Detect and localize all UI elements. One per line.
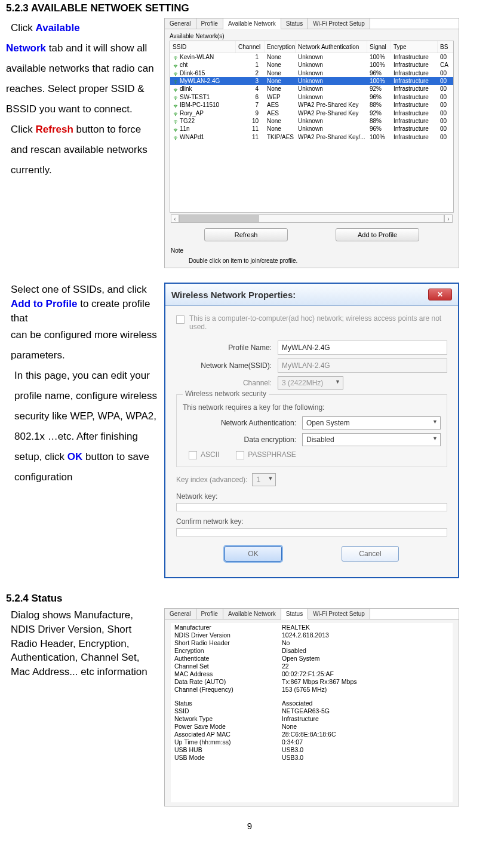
- scroll-left-icon[interactable]: ‹: [171, 214, 179, 223]
- scroll-right-icon[interactable]: ›: [444, 214, 453, 223]
- status-row: USB HUBUSB3.0: [171, 746, 453, 753]
- tab-available-network[interactable]: Available Network: [223, 19, 281, 29]
- available-network-window: General Profile Available Network Status…: [164, 18, 459, 268]
- profile-name-label: Profile Name:: [176, 343, 278, 352]
- table-row[interactable]: TG2210NoneUnknown88%Infrastructure00: [170, 117, 453, 125]
- table-row[interactable]: Rory_AP9AESWPA2 Pre-Shared Key92%Infrast…: [170, 109, 453, 117]
- status-row: Short Radio HeaderNo: [171, 639, 453, 646]
- group-label: Available Network(s): [170, 33, 454, 39]
- note-label: Note: [171, 247, 453, 254]
- auth-select[interactable]: Open System: [302, 416, 441, 430]
- refresh-button[interactable]: Refresh: [204, 228, 288, 241]
- para-add-to-profile: Select one of SSIDs, and click Add to Pr…: [6, 283, 158, 487]
- status-row: Data Rate (AUTO)Tx:867 Mbps Rx:867 Mbps: [171, 677, 453, 685]
- status-row: Power Save ModeNone: [171, 722, 453, 730]
- confirm-key-label: Confirm network key:: [176, 517, 447, 526]
- security-groupbox: Wireless network security This network r…: [176, 394, 447, 467]
- cancel-button[interactable]: Cancel: [342, 546, 399, 562]
- channel-select: 3 (2422MHz): [278, 376, 343, 389]
- adhoc-checkbox[interactable]: [176, 315, 185, 324]
- section-heading-523: 5.2.3 AVAILABLE NETWOEK SETTING: [6, 2, 493, 14]
- tabbar-status: General Profile Available Network Status…: [165, 609, 459, 619]
- channel-label: Channel:: [176, 379, 278, 387]
- table-row[interactable]: dlink4NoneUnknown92%Infrastructure00: [170, 85, 453, 93]
- status-window: General Profile Available Network Status…: [164, 608, 459, 806]
- encryption-label: Data encryption:: [183, 435, 302, 444]
- status-row: EncryptionDisabled: [171, 646, 453, 654]
- status-row: AuthenticateOpen System: [171, 654, 453, 662]
- status-row: Network TypeInfrastructure: [171, 714, 453, 722]
- table-row[interactable]: IBM-PC-115107AESWPA2 Pre-Shared Key88%In…: [170, 101, 453, 109]
- para-available-network: Click Available Network tab and it will …: [6, 18, 158, 180]
- confirm-key-input[interactable]: [176, 528, 447, 536]
- status-row: MAC Address00:02:72:F1:25:AF: [171, 670, 453, 677]
- status-row: Channel Set22: [171, 662, 453, 670]
- encryption-select[interactable]: Disabled: [302, 433, 441, 446]
- status-row: NDIS Driver Version1024.2.618.2013: [171, 631, 453, 639]
- tab-status[interactable]: Status: [281, 19, 308, 29]
- ssid-input: MyWLAN-2.4G: [278, 358, 447, 373]
- table-row[interactable]: WNAPd111TKIP/AESWPA2 Pre-Shared Key/...1…: [170, 133, 453, 141]
- status-row: StatusAssociated: [171, 699, 453, 707]
- tab-wifi-protect-setup[interactable]: Wi-Fi Protect Setup: [308, 19, 370, 29]
- network-list[interactable]: SSID Channel Encryption Network Authenti…: [170, 41, 454, 213]
- tab-available-network[interactable]: Available Network: [223, 609, 281, 619]
- tab-wifi-protect-setup[interactable]: Wi-Fi Protect Setup: [308, 609, 370, 619]
- para-status: Dialog shows Manufacture, NDIS Driver Ve…: [6, 608, 158, 679]
- status-row: Channel (Frequency)153 (5765 MHz): [171, 685, 453, 693]
- tab-status[interactable]: Status: [281, 609, 308, 619]
- ssid-label: Network Name(SSID):: [176, 361, 278, 370]
- page-number: 9: [6, 821, 493, 831]
- table-row[interactable]: SW-TEST16WEPUnknown96%Infrastructure00: [170, 93, 453, 101]
- network-key-label: Network key:: [176, 492, 447, 501]
- status-row: USB ModeUSB3.0: [171, 753, 453, 761]
- tab-general[interactable]: General: [165, 19, 196, 29]
- tab-profile[interactable]: Profile: [196, 19, 223, 29]
- key-index-label: Key index (advanced):: [176, 476, 247, 484]
- table-row[interactable]: Kevin-WLAN1NoneUnknown100%Infrastructure…: [170, 53, 453, 61]
- table-row[interactable]: cht1NoneUnknown100%InfrastructureCA: [170, 61, 453, 69]
- ascii-label: ASCII: [201, 450, 219, 459]
- note-text: Double click on item to join/create prof…: [171, 257, 453, 264]
- passphrase-label: PASSPHRASE: [248, 450, 296, 459]
- dialog-titlebar: Wireless Network Properties: ✕: [165, 284, 458, 306]
- table-row[interactable]: Dlink-6152NoneUnknown96%Infrastructure00: [170, 69, 453, 77]
- tabbar: General Profile Available Network Status…: [165, 19, 459, 29]
- status-row: Associated AP MAC28:C6:8E:8A:18:6C: [171, 730, 453, 738]
- profile-name-input[interactable]: MyWLAN-2.4G: [278, 341, 447, 355]
- add-to-profile-button[interactable]: Add to Profile: [336, 228, 419, 241]
- auth-label: Network Authentication:: [183, 419, 302, 427]
- close-icon[interactable]: ✕: [428, 289, 452, 300]
- wireless-properties-dialog: Wireless Network Properties: ✕ This is a…: [164, 283, 459, 578]
- table-row[interactable]: 11n11NoneUnknown96%Infrastructure00: [170, 125, 453, 133]
- network-list-header: SSID Channel Encryption Network Authenti…: [170, 41, 453, 53]
- passphrase-checkbox[interactable]: [236, 451, 244, 459]
- status-panel: ManufacturerREALTEKNDIS Driver Version10…: [171, 623, 453, 802]
- table-row[interactable]: MyWLAN-2.4G3NoneUnknown100%Infrastructur…: [170, 77, 453, 85]
- section-heading-524: 5.2.4 Status: [6, 593, 493, 605]
- adhoc-label: This is a computer-to-computer(ad hoc) n…: [189, 314, 447, 331]
- ascii-checkbox[interactable]: [189, 451, 197, 459]
- tab-general[interactable]: General: [165, 609, 196, 619]
- status-row: SSIDNETGEAR63-5G: [171, 707, 453, 714]
- tab-profile[interactable]: Profile: [196, 609, 223, 619]
- network-key-input[interactable]: [176, 503, 447, 511]
- status-row: ManufacturerREALTEK: [171, 623, 453, 631]
- ok-button[interactable]: OK: [225, 546, 282, 562]
- key-index-select: 1: [252, 473, 276, 486]
- status-row: Up Time (hh:mm:ss)0:34:07: [171, 738, 453, 746]
- horizontal-scrollbar[interactable]: ‹ ›: [171, 215, 453, 222]
